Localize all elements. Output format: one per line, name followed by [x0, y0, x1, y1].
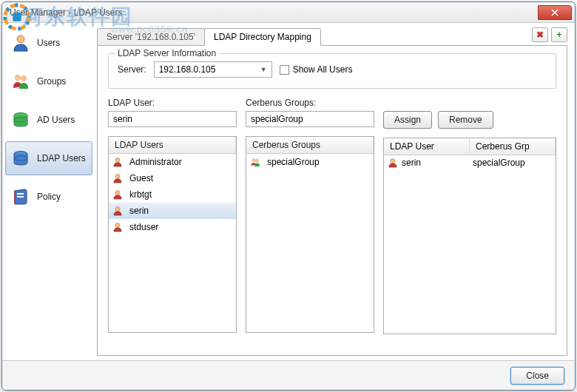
- table-row[interactable]: serinspecialGroup: [384, 155, 556, 170]
- user-icon: [10, 33, 31, 53]
- svg-point-16: [115, 223, 120, 228]
- server-select[interactable]: 192.168.0.105 ▼: [154, 61, 272, 78]
- svg-point-15: [115, 207, 120, 212]
- server-label: Server:: [118, 64, 146, 75]
- remove-button[interactable]: Remove: [438, 111, 493, 129]
- sidebar-item-groups[interactable]: Groups: [5, 64, 92, 98]
- cerberus-groups-list[interactable]: Cerberus Groups specialGroup: [246, 136, 374, 333]
- ldap-user-label: LDAP User:: [108, 98, 237, 108]
- svg-point-13: [115, 175, 120, 179]
- close-button[interactable]: Close: [510, 367, 564, 385]
- sidebar-item-users[interactable]: Users: [5, 26, 92, 60]
- list-item-label: Administrator: [126, 155, 233, 169]
- window-close-button[interactable]: [538, 5, 572, 20]
- svg-point-5: [21, 75, 27, 81]
- database-icon: [10, 148, 31, 169]
- assign-button[interactable]: Assign: [383, 111, 432, 129]
- tab-server[interactable]: Server '192.168.0.105': [97, 28, 205, 45]
- window-title: User Manager - LDAP Users: [10, 7, 538, 18]
- svg-point-17: [252, 158, 256, 162]
- svg-point-4: [15, 75, 21, 81]
- list-item[interactable]: Administrator: [109, 154, 236, 170]
- list-item-label: stduser: [126, 220, 233, 234]
- sidebar: Users Groups AD Users LDAP Users: [2, 23, 95, 360]
- list-item-label: krbtgt: [126, 188, 233, 201]
- list-item-label: serin: [126, 204, 233, 217]
- list-item[interactable]: stduser: [109, 219, 236, 235]
- window: User Manager - LDAP Users Users Groups: [1, 1, 576, 391]
- ldap-user-input[interactable]: [108, 111, 237, 127]
- user-icon: [112, 221, 124, 233]
- checkbox-box: [280, 65, 289, 75]
- svg-point-18: [255, 159, 259, 163]
- sidebar-item-label: LDAP Users: [37, 153, 86, 163]
- list-item[interactable]: Guest: [109, 170, 236, 186]
- list-item-label: specialGroup: [264, 155, 371, 169]
- mapping-user-cell: serin: [384, 155, 470, 170]
- titlebar: User Manager - LDAP Users: [2, 2, 575, 23]
- tab-ldap-mapping[interactable]: LDAP Directory Mapping: [204, 28, 321, 46]
- list-item-label: Guest: [126, 172, 233, 185]
- user-icon: [112, 156, 124, 168]
- chevron-down-icon: ▼: [260, 66, 267, 73]
- close-icon: [551, 9, 559, 16]
- svg-rect-10: [17, 193, 24, 195]
- user-icon: [112, 205, 124, 217]
- x-icon: ✖: [536, 30, 544, 40]
- sidebar-item-policy[interactable]: Policy: [5, 180, 92, 214]
- user-icon: [112, 172, 124, 184]
- show-all-users-checkbox[interactable]: Show All Users: [280, 64, 353, 75]
- cerberus-group-input[interactable]: [246, 111, 374, 127]
- mapping-header-user: LDAP User: [384, 138, 470, 155]
- svg-point-14: [115, 191, 120, 195]
- svg-point-12: [115, 158, 120, 163]
- checkbox-label: Show All Users: [293, 64, 353, 75]
- group-icon: [10, 71, 31, 92]
- plus-icon: +: [556, 30, 561, 40]
- list-header: Cerberus Groups: [246, 137, 374, 153]
- group-icon: [249, 156, 261, 168]
- server-select-value: 192.168.0.105: [159, 64, 216, 75]
- list-item[interactable]: specialGroup: [246, 154, 374, 170]
- tab-add-button[interactable]: +: [551, 27, 567, 42]
- mapping-list[interactable]: LDAP User Cerberus Grp serinspecialGroup: [383, 138, 556, 334]
- user-icon: [112, 189, 124, 200]
- cerberus-groups-label: Cerberus Groups:: [246, 98, 374, 108]
- mapping-header-group: Cerberus Grp: [470, 138, 556, 155]
- tab-panel: LDAP Server Information Server: 192.168.…: [97, 45, 567, 356]
- database-icon: [10, 109, 31, 130]
- list-item[interactable]: krbtgt: [109, 186, 236, 203]
- ldap-users-list[interactable]: LDAP Users AdministratorGuestkrbtgtserin…: [108, 136, 237, 333]
- sidebar-item-label: Users: [37, 38, 60, 48]
- sidebar-item-ad-users[interactable]: AD Users: [5, 103, 92, 137]
- sidebar-item-label: Groups: [37, 76, 66, 87]
- mapping-group-cell: specialGroup: [470, 155, 556, 170]
- sidebar-item-ldap-users[interactable]: LDAP Users: [5, 141, 92, 175]
- sidebar-item-label: Policy: [37, 192, 61, 202]
- footer: Close: [2, 360, 575, 390]
- sidebar-item-label: AD Users: [37, 115, 75, 125]
- svg-rect-11: [17, 196, 24, 197]
- tab-delete-button[interactable]: ✖: [532, 27, 548, 42]
- fieldset-legend: LDAP Server Information: [115, 48, 219, 58]
- main-area: Server '192.168.0.105' LDAP Directory Ma…: [95, 23, 575, 360]
- svg-point-19: [391, 159, 395, 163]
- list-item[interactable]: serin: [109, 203, 236, 219]
- policy-icon: [10, 186, 31, 207]
- tabbar: Server '192.168.0.105' LDAP Directory Ma…: [97, 27, 567, 45]
- user-icon: [387, 157, 399, 169]
- svg-point-3: [17, 36, 24, 43]
- ldap-server-fieldset: LDAP Server Information Server: 192.168.…: [108, 53, 556, 89]
- list-header: LDAP Users: [109, 137, 236, 153]
